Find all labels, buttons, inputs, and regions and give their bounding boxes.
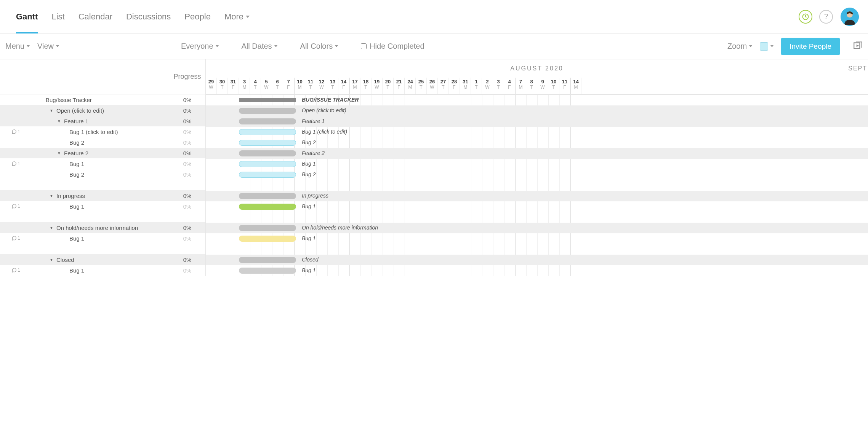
gantt-row[interactable]: Bug 1 <box>206 159 868 169</box>
progress-pane: Progress 0%0%0%0%0%0%0%0%0%0%0%0%0%0% <box>169 59 206 276</box>
gantt-bar-label: Bug 2 <box>302 171 316 177</box>
filter-people[interactable]: Everyone <box>181 42 219 51</box>
task-row[interactable]: Bug/Issue Tracker <box>0 94 169 105</box>
task-row[interactable]: ▼Feature 1 <box>0 116 169 126</box>
gantt-bar[interactable] <box>239 98 296 102</box>
tab-list[interactable]: List <box>45 0 71 33</box>
gantt-bar[interactable] <box>239 172 296 178</box>
filter-colors[interactable]: All Colors <box>300 42 338 51</box>
hide-completed-toggle[interactable]: Hide Completed <box>361 42 424 51</box>
task-label: Bug 2 <box>69 139 84 146</box>
view-label: View <box>37 42 54 51</box>
month-label-right: SEPT <box>848 65 867 72</box>
tab-discussions[interactable]: Discussions <box>119 0 178 33</box>
gantt-row[interactable]: Open (click to edit) <box>206 105 868 116</box>
tab-more[interactable]: More <box>218 0 256 33</box>
gantt-row[interactable]: Bug 1 <box>206 201 868 212</box>
task-label: On hold/needs more information <box>56 225 138 231</box>
color-dropdown[interactable] <box>760 42 774 51</box>
task-row[interactable]: ▼Closed <box>0 254 169 265</box>
day-column: 30T <box>217 78 228 94</box>
gantt-bar-label: Bug 1 (click to edit) <box>302 129 347 135</box>
gantt-bar[interactable] <box>239 204 296 210</box>
top-nav: Gantt List Calendar Discussions People M… <box>0 0 868 33</box>
gantt-bar-label: Closed <box>302 257 319 263</box>
menu-dropdown[interactable]: Menu <box>5 42 30 51</box>
task-row[interactable]: 1Bug 1 <box>0 265 169 276</box>
gantt-bar[interactable] <box>239 193 296 199</box>
day-column: 10T <box>548 78 559 94</box>
chevron-down-icon <box>27 45 30 47</box>
gantt-chart-pane[interactable]: AUGUST 2020 SEPT 29W30T31F3M4T5W6T7F10M1… <box>206 59 868 276</box>
gantt-row[interactable]: Closed <box>206 255 868 265</box>
gantt-bar-label: Bug 1 <box>302 235 316 241</box>
comment-indicator[interactable]: 1 <box>11 236 20 241</box>
task-row[interactable]: 1Bug 1 <box>0 158 169 169</box>
tab-people[interactable]: People <box>178 0 218 33</box>
tab-gantt[interactable]: Gantt <box>9 0 45 33</box>
task-row[interactable]: 1Bug 1 <box>0 233 169 244</box>
day-column: 14M <box>570 78 581 94</box>
gantt-row[interactable]: Bug 2 <box>206 137 868 148</box>
spacer-row <box>169 180 205 190</box>
caret-icon[interactable]: ▼ <box>50 226 53 230</box>
playlist-icon[interactable] <box>853 41 863 52</box>
comment-indicator[interactable]: 1 <box>11 268 20 273</box>
gantt-bar[interactable] <box>239 257 296 263</box>
clock-icon[interactable] <box>799 10 812 24</box>
gantt-row[interactable]: Bug 1 <box>206 265 868 276</box>
view-dropdown[interactable]: View <box>37 42 59 51</box>
filter-dates-label: All Dates <box>242 42 272 51</box>
gantt-bar[interactable] <box>239 129 296 135</box>
task-row[interactable]: 1Bug 1 <box>0 201 169 212</box>
gantt-bar[interactable] <box>239 150 296 156</box>
gantt-bar[interactable] <box>239 161 296 167</box>
task-row[interactable]: Bug 2 <box>0 137 169 148</box>
zoom-label: Zoom <box>727 42 747 51</box>
gantt-row[interactable]: Feature 1 <box>206 116 868 127</box>
filter-dates[interactable]: All Dates <box>242 42 277 51</box>
gantt-bar[interactable] <box>239 225 296 231</box>
gantt-row[interactable]: Bug 2 <box>206 169 868 180</box>
gantt-row[interactable]: Bug 1 <box>206 233 868 244</box>
month-label-center: AUGUST 2020 <box>510 65 563 72</box>
gantt-bar[interactable] <box>239 140 296 146</box>
hide-completed-checkbox[interactable] <box>361 43 367 49</box>
caret-icon[interactable]: ▼ <box>50 194 53 198</box>
gantt-row[interactable]: Bug 1 (click to edit) <box>206 127 868 137</box>
task-row[interactable]: ▼On hold/needs more information <box>0 222 169 233</box>
gantt-row[interactable]: Feature 2 <box>206 148 868 159</box>
gantt-row[interactable]: BUG/ISSUE TRACKER <box>206 95 868 105</box>
caret-icon[interactable]: ▼ <box>57 119 61 123</box>
caret-icon[interactable]: ▼ <box>50 258 53 262</box>
task-row[interactable]: ▼Feature 2 <box>0 148 169 158</box>
gantt-bar[interactable] <box>239 236 296 242</box>
gantt-bar[interactable] <box>239 108 296 114</box>
task-row[interactable]: ▼Open (click to edit) <box>0 105 169 116</box>
task-row[interactable]: ▼In progress <box>0 190 169 201</box>
tab-calendar[interactable]: Calendar <box>72 0 119 33</box>
gantt-bar[interactable] <box>239 118 296 124</box>
gantt-bar[interactable] <box>239 268 296 274</box>
day-column: 24M <box>405 78 416 94</box>
avatar[interactable] <box>841 8 859 26</box>
comment-indicator[interactable]: 1 <box>11 161 20 166</box>
help-icon[interactable]: ? <box>819 10 833 24</box>
chevron-down-icon <box>216 45 219 47</box>
task-row[interactable]: Bug 2 <box>0 169 169 180</box>
color-swatch <box>760 42 768 51</box>
caret-icon[interactable]: ▼ <box>57 151 61 155</box>
gantt-row[interactable]: On hold/needs more information <box>206 223 868 233</box>
progress-cell: 0% <box>169 126 205 137</box>
caret-icon[interactable]: ▼ <box>50 108 53 113</box>
chevron-down-icon <box>56 45 59 47</box>
comment-indicator[interactable]: 1 <box>11 204 20 209</box>
day-column: 3M <box>239 78 250 94</box>
invite-people-button[interactable]: Invite People <box>781 38 840 55</box>
comment-indicator[interactable]: 1 <box>11 129 20 134</box>
progress-header: Progress <box>169 59 205 94</box>
gantt-row[interactable]: In progress <box>206 191 868 201</box>
zoom-dropdown[interactable]: Zoom <box>727 42 752 51</box>
task-row[interactable]: 1Bug 1 (click to edit) <box>0 126 169 137</box>
spacer-row <box>169 212 205 222</box>
